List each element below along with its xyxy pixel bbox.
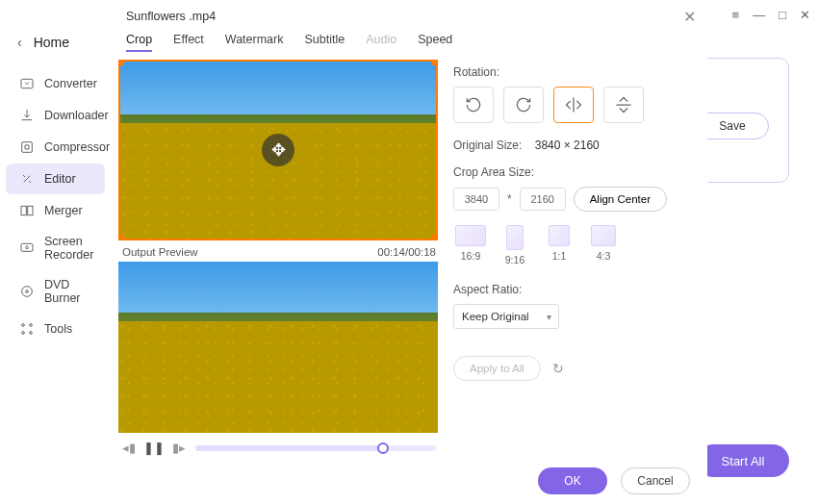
ratio-4-3-icon xyxy=(591,225,616,246)
playback-time: 00:14/00:18 xyxy=(377,246,436,258)
ratio-16-9-button[interactable]: 16:9 xyxy=(453,225,488,265)
ratio-4-3-button[interactable]: 4:3 xyxy=(586,225,621,265)
svg-point-9 xyxy=(30,324,33,327)
flip-horizontal-button[interactable] xyxy=(553,87,594,123)
prev-frame-icon[interactable]: ◂▮ xyxy=(122,441,136,455)
seek-slider[interactable] xyxy=(195,445,436,451)
sidebar-item-label: Screen Recorder xyxy=(44,235,93,262)
svg-point-6 xyxy=(22,287,33,297)
sidebar-item-merger[interactable]: Merger xyxy=(6,195,105,226)
aspect-ratio-select[interactable] xyxy=(453,304,559,329)
rotate-cw-button[interactable] xyxy=(503,87,544,123)
pause-icon[interactable]: ❚❚ xyxy=(143,441,165,455)
chevron-left-icon: ‹ xyxy=(17,35,22,50)
main-window-controls: ≡ — □ ✕ xyxy=(732,8,810,22)
ratio-1-1-button[interactable]: 1:1 xyxy=(542,225,576,265)
close-modal-icon[interactable]: ✕ xyxy=(683,8,696,26)
crop-handle-tr[interactable] xyxy=(432,60,438,65)
sidebar-item-compressor[interactable]: Compressor xyxy=(6,132,105,163)
output-preview xyxy=(118,262,438,433)
screen-recorder-icon xyxy=(19,240,35,256)
sidebar-item-downloader[interactable]: Downloader xyxy=(6,100,105,131)
sidebar-item-dvd-burner[interactable]: DVD Burner xyxy=(6,270,105,313)
sidebar-item-label: Editor xyxy=(44,172,76,186)
tab-crop[interactable]: Crop xyxy=(126,33,152,52)
reset-icon[interactable]: ↻ xyxy=(552,361,564,376)
original-size-label: Original Size: xyxy=(453,139,522,152)
hamburger-icon[interactable]: ≡ xyxy=(732,8,740,22)
sidebar-item-label: Downloader xyxy=(44,109,109,122)
original-size-value: 3840 × 2160 xyxy=(535,139,600,152)
crop-handle-bl[interactable] xyxy=(118,235,124,240)
rotation-label: Rotation: xyxy=(453,65,690,79)
crop-height-input[interactable] xyxy=(520,188,566,211)
ratio-16-9-icon xyxy=(455,225,486,246)
crop-handle-br[interactable] xyxy=(432,235,438,240)
ok-button[interactable]: OK xyxy=(538,467,607,494)
tools-icon xyxy=(19,321,35,337)
ratio-9-16-button[interactable]: 9:16 xyxy=(498,225,532,265)
playback-bar: ◂▮ ❚❚ ▮▸ xyxy=(118,433,440,455)
apply-to-all-button[interactable]: Apply to All xyxy=(453,356,541,381)
ratio-9-16-icon xyxy=(506,225,524,250)
minimize-icon[interactable]: — xyxy=(753,8,765,22)
tab-audio: Audio xyxy=(366,33,396,52)
svg-point-11 xyxy=(30,332,33,335)
sidebar-item-label: Tools xyxy=(44,322,72,336)
home-link[interactable]: ‹ Home xyxy=(0,29,111,67)
svg-rect-1 xyxy=(22,142,33,153)
sidebar-item-label: Compressor xyxy=(44,140,110,154)
multiply-symbol: * xyxy=(507,192,512,206)
sidebar-item-editor[interactable]: Editor xyxy=(6,164,105,194)
flip-vertical-button[interactable] xyxy=(603,87,644,123)
start-all-button[interactable]: Start All xyxy=(697,444,789,477)
svg-point-5 xyxy=(26,246,29,249)
aspect-ratio-label: Aspect Ratio: xyxy=(453,283,690,296)
modal-title: Sunflowers .mp4 xyxy=(111,0,707,27)
sidebar-item-label: DVD Burner xyxy=(44,278,91,305)
move-handle-icon[interactable]: ✥ xyxy=(262,134,294,166)
crop-width-input[interactable] xyxy=(453,188,499,211)
crop-frame[interactable]: ✥ xyxy=(118,60,438,240)
maximize-icon[interactable]: □ xyxy=(779,8,786,22)
home-label: Home xyxy=(34,35,69,50)
svg-point-8 xyxy=(22,324,25,327)
align-center-button[interactable]: Align Center xyxy=(574,187,667,212)
seek-thumb[interactable] xyxy=(377,442,389,454)
compressor-icon xyxy=(19,139,35,155)
svg-point-10 xyxy=(22,332,25,335)
sidebar-item-screen-recorder[interactable]: Screen Recorder xyxy=(6,227,105,269)
tab-speed[interactable]: Speed xyxy=(418,33,452,52)
converter-icon xyxy=(19,76,35,91)
svg-point-7 xyxy=(26,290,29,293)
tab-effect[interactable]: Effect xyxy=(173,33,204,52)
editor-tabs: Crop Effect Watermark Subtitle Audio Spe… xyxy=(111,27,707,60)
cancel-button[interactable]: Cancel xyxy=(621,467,690,494)
editor-modal: Sunflowers .mp4 ✕ Crop Effect Watermark … xyxy=(111,0,707,504)
downloader-icon xyxy=(19,108,35,123)
sidebar: ‹ Home Converter Downloader Compressor E… xyxy=(0,0,111,504)
output-preview-label: Output Preview xyxy=(122,246,198,258)
svg-rect-2 xyxy=(21,206,26,214)
close-main-icon[interactable]: ✕ xyxy=(800,8,810,22)
sidebar-item-converter[interactable]: Converter xyxy=(6,68,105,99)
merger-icon xyxy=(19,203,35,218)
tab-subtitle[interactable]: Subtitle xyxy=(304,33,345,52)
editor-icon xyxy=(19,171,35,187)
ratio-1-1-icon xyxy=(549,225,570,246)
rotate-ccw-button[interactable] xyxy=(453,87,494,123)
sidebar-item-tools[interactable]: Tools xyxy=(6,314,105,344)
next-frame-icon[interactable]: ▮▸ xyxy=(172,441,186,455)
sidebar-item-label: Converter xyxy=(44,77,97,90)
svg-rect-4 xyxy=(21,243,33,251)
dvd-burner-icon xyxy=(19,284,35,299)
sidebar-item-label: Merger xyxy=(44,204,83,217)
crop-handle-tl[interactable] xyxy=(118,60,124,65)
crop-area-label: Crop Area Size: xyxy=(453,165,690,179)
svg-rect-3 xyxy=(28,206,33,214)
tab-watermark[interactable]: Watermark xyxy=(225,33,284,52)
